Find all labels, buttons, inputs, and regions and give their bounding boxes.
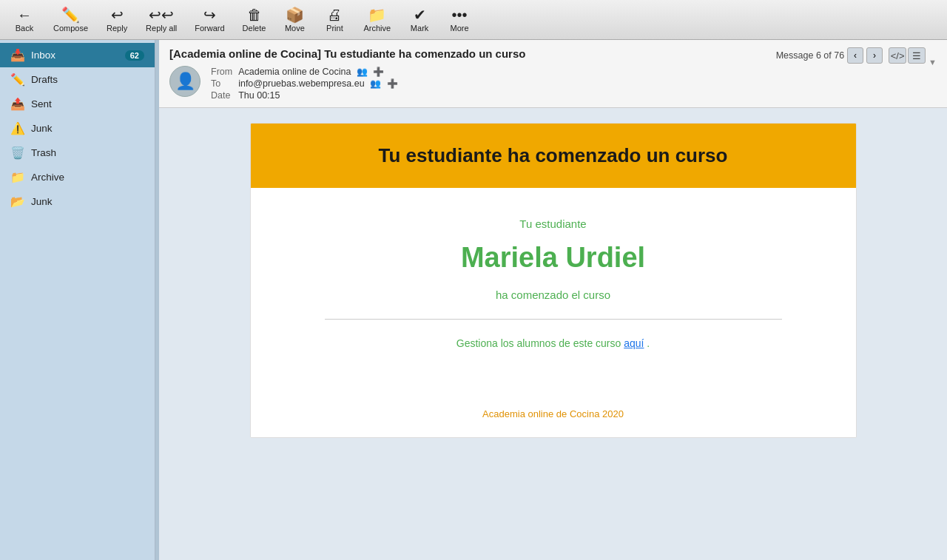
email-card-body: Tu estudiante Mariela Urdiel ha comenzad… xyxy=(251,188,856,401)
delete-button[interactable]: 🗑 Delete xyxy=(235,4,274,36)
sidebar-item-junk2[interactable]: 📂 Junk xyxy=(0,189,155,214)
email-meta: 👤 From Academia online de Cocina 👥 ➕ xyxy=(169,66,776,101)
email-card-header: Tu estudiante ha comenzado un curso xyxy=(251,124,856,188)
sidebar-item-trash[interactable]: 🗑️ Trash xyxy=(0,141,155,165)
email-card-footer: Academia online de Cocina 2020 xyxy=(251,401,856,437)
toolbar: ← Back ✏️ Compose ↩ Reply ↩↩ Reply all ↪… xyxy=(0,0,947,40)
reply-all-icon: ↩↩ xyxy=(149,7,174,22)
prev-message-button[interactable]: ‹ xyxy=(847,47,863,64)
sidebar-item-junk[interactable]: ⚠️ Junk xyxy=(0,116,155,141)
mark-icon: ✔ xyxy=(414,7,426,22)
reply-all-button[interactable]: ↩↩ Reply all xyxy=(138,4,184,36)
manage-text: Gestiona los alumnos de este curso aquí … xyxy=(280,337,826,349)
view-buttons: </> ☰ xyxy=(889,47,926,64)
sidebar: 📥 Inbox 62 ✏️ Drafts 📤 Sent ⚠️ Junk 🗑️ T… xyxy=(0,40,155,560)
list-view-button[interactable]: ☰ xyxy=(908,47,926,64)
message-navigation: Message 6 of 76 ‹ › xyxy=(776,47,883,64)
avatar-icon: 👤 xyxy=(175,72,195,91)
move-button[interactable]: 📦 Move xyxy=(276,4,313,36)
archive-icon: 📁 xyxy=(10,170,25,184)
email-header: [Academia online de Cocina] Tu estudiant… xyxy=(159,40,947,108)
email-card-title: Tu estudiante ha comenzado un curso xyxy=(280,144,826,167)
print-button[interactable]: 🖨 Print xyxy=(316,4,353,36)
back-icon: ← xyxy=(17,7,32,22)
subtitle-text: Tu estudiante xyxy=(280,217,826,230)
email-fields: From Academia online de Cocina 👥 ➕ To xyxy=(208,66,401,101)
reply-icon: ↩ xyxy=(111,7,124,22)
manage-link[interactable]: aquí xyxy=(624,337,644,349)
email-header-right: Message 6 of 76 ‹ › </> ☰ xyxy=(776,47,926,64)
code-view-button[interactable]: </> xyxy=(889,47,906,64)
archive-icon: 📁 xyxy=(368,7,386,22)
footer-brand: Academia online de Cocina 2020 xyxy=(280,408,826,419)
main-layout: 📥 Inbox 62 ✏️ Drafts 📤 Sent ⚠️ Junk 🗑️ T… xyxy=(0,40,947,560)
next-message-button[interactable]: › xyxy=(866,47,883,64)
sidebar-item-inbox[interactable]: 📥 Inbox 62 xyxy=(0,43,155,67)
email-header-left: [Academia online de Cocina] Tu estudiant… xyxy=(169,47,776,101)
student-name: Mariela Urdiel xyxy=(280,242,826,274)
compose-icon: ✏️ xyxy=(61,7,80,22)
avatar: 👤 xyxy=(169,66,200,97)
email-subject: [Academia online de Cocina] Tu estudiant… xyxy=(169,47,776,60)
sidebar-item-drafts[interactable]: ✏️ Drafts xyxy=(0,67,155,92)
more-icon: ••• xyxy=(452,7,468,22)
to-add-icon[interactable]: ➕ xyxy=(387,78,398,89)
dropdown-arrow[interactable]: ▼ xyxy=(929,47,937,67)
archive-button[interactable]: 📁 Archive xyxy=(356,4,398,36)
reply-button[interactable]: ↩ Reply xyxy=(98,4,135,36)
compose-button[interactable]: ✏️ Compose xyxy=(46,4,95,36)
course-started-text: ha comenzado el curso xyxy=(280,289,826,301)
from-add-icon[interactable]: ➕ xyxy=(373,67,384,77)
to-group-icon[interactable]: 👥 xyxy=(370,78,381,89)
email-body-container[interactable]: Tu estudiante ha comenzado un curso Tu e… xyxy=(159,108,947,560)
delete-icon: 🗑 xyxy=(247,7,262,22)
mark-button[interactable]: ✔ Mark xyxy=(401,4,438,36)
trash-icon: 🗑️ xyxy=(10,146,25,160)
sidebar-item-sent[interactable]: 📤 Sent xyxy=(0,92,155,116)
back-button[interactable]: ← Back xyxy=(6,4,43,36)
from-group-icon[interactable]: 👥 xyxy=(357,67,368,77)
drafts-icon: ✏️ xyxy=(10,72,25,87)
move-icon: 📦 xyxy=(286,7,304,22)
forward-button[interactable]: ↪ Forward xyxy=(187,4,232,36)
sidebar-item-archive[interactable]: 📁 Archive xyxy=(0,165,155,189)
more-button[interactable]: ••• More xyxy=(441,4,478,36)
sent-icon: 📤 xyxy=(10,97,25,111)
email-panel: [Academia online de Cocina] Tu estudiant… xyxy=(159,40,947,560)
print-icon: 🖨 xyxy=(327,7,342,22)
inbox-icon: 📥 xyxy=(10,48,25,62)
junk-icon: ⚠️ xyxy=(10,121,25,135)
divider xyxy=(325,319,782,320)
email-card: Tu estudiante ha comenzado un curso Tu e… xyxy=(250,123,857,438)
forward-icon: ↪ xyxy=(203,7,216,22)
junk2-icon: 📂 xyxy=(10,195,25,209)
